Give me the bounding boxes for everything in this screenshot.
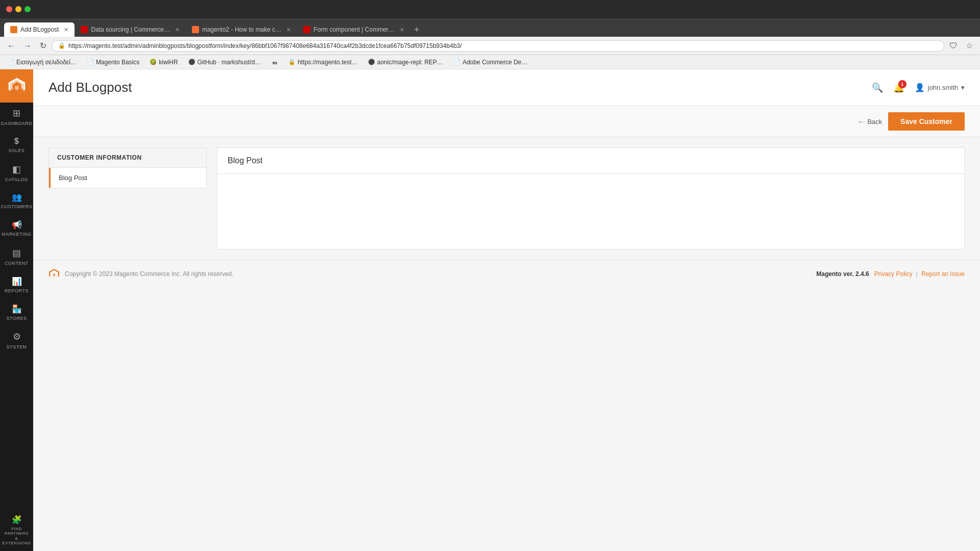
bookmark-item[interactable]: 📄 Magento Basics xyxy=(84,58,142,67)
sidebar-item-label: SALES xyxy=(9,148,25,154)
sidebar-item-catalog[interactable]: ◧ CATALOG xyxy=(0,159,33,188)
blog-post-section-title: Blog Post xyxy=(217,148,964,174)
address-bar[interactable]: 🔒 https://magento.test/admin/adminblogpo… xyxy=(52,40,944,52)
magento-version-label: Magento xyxy=(816,270,841,278)
extensions-button[interactable]: 🛡 xyxy=(946,40,961,52)
bookmark-icon: 🔒 xyxy=(288,59,296,66)
bookmark-item[interactable]: 📄 Adobe Commerce De… xyxy=(450,58,530,67)
footer-separator: | xyxy=(916,270,918,278)
tab-close-icon[interactable]: ✕ xyxy=(286,27,291,33)
url-domain: https://magento.test xyxy=(68,42,122,49)
bookmark-item[interactable]: 🔒 https://magento.test… xyxy=(285,58,360,67)
footer-magento-logo xyxy=(48,268,60,280)
bookmark-label: Εισαγωγή σελιδοδεί… xyxy=(16,59,77,66)
notification-badge: 1 xyxy=(898,80,906,88)
sidebar-item-label: CATALOG xyxy=(5,177,28,183)
sidebar-item-stores[interactable]: 🏪 STORES xyxy=(0,299,33,327)
bookmark-label: GitHub · markshust/d… xyxy=(198,59,261,66)
save-customer-button[interactable]: Save Customer xyxy=(888,112,965,131)
catalog-icon: ◧ xyxy=(12,164,21,175)
action-bar: ← Back Save Customer xyxy=(33,106,980,137)
tab-data-sourcing[interactable]: Data sourcing | Commerce… ✕ xyxy=(75,22,186,37)
back-button-label: Back xyxy=(867,118,882,126)
report-issue-link[interactable]: Report an Issue xyxy=(921,270,965,278)
sidebar-item-marketing[interactable]: 📢 MARKETING xyxy=(0,215,33,242)
tab-favicon xyxy=(81,26,88,33)
page-footer: Copyright © 2023 Magento Commerce Inc. A… xyxy=(33,260,980,288)
marketing-icon: 📢 xyxy=(12,220,22,230)
bookmark-icon: ⚫ xyxy=(188,59,195,66)
bookmark-icon: 🥝 xyxy=(150,59,157,66)
find-partners-icon: 🧩 xyxy=(12,515,22,524)
bookmark-label: Adobe Commerce De… xyxy=(462,59,527,66)
sidebar-item-label: SYSTEM xyxy=(6,344,27,350)
bookmark-icon: ⚫ xyxy=(368,59,375,66)
tab-close-icon[interactable]: ✕ xyxy=(400,27,404,33)
left-panel: CUSTOMER INFORMATION Blog Post xyxy=(48,147,207,249)
minimize-button[interactable] xyxy=(15,6,21,12)
sidebar-item-label: CONTENT xyxy=(5,261,29,266)
back-nav-button[interactable]: ← xyxy=(4,40,18,52)
customer-info-panel: CUSTOMER INFORMATION Blog Post xyxy=(48,147,207,188)
sidebar-item-content[interactable]: ▤ CONTENT xyxy=(0,242,33,271)
maximize-button[interactable] xyxy=(24,6,31,12)
user-icon: 👤 xyxy=(915,83,925,92)
sidebar-item-system[interactable]: ⚙ SYSTEM xyxy=(0,326,33,355)
user-menu[interactable]: 👤 john.smith ▾ xyxy=(915,83,965,92)
bookmark-star-button[interactable]: ☆ xyxy=(963,40,976,52)
tab-form-component[interactable]: Form component | Commer… ✕ xyxy=(297,22,409,37)
bookmark-item[interactable]: m xyxy=(268,58,281,67)
bookmark-item[interactable]: 🥝 kiwiHR xyxy=(146,58,181,67)
magento-logo-icon xyxy=(8,77,26,95)
url-text: https://magento.test/admin/adminblogpost… xyxy=(68,42,938,49)
sidebar-item-customers[interactable]: 👥 CUSTOMERS xyxy=(0,187,33,215)
chevron-down-icon: ▾ xyxy=(961,84,965,91)
content-area: CUSTOMER INFORMATION Blog Post Blog Post xyxy=(33,137,980,260)
new-tab-button[interactable]: + xyxy=(409,22,424,37)
tab-close-icon[interactable]: ✕ xyxy=(64,27,68,33)
tab-favicon xyxy=(192,26,199,33)
search-icon[interactable]: 🔍 xyxy=(872,82,883,93)
bookmark-item[interactable]: ⚫ aonic/mage-repl: REP… xyxy=(365,58,446,67)
forward-nav-button[interactable]: → xyxy=(20,40,35,52)
user-name: john.smith xyxy=(928,84,958,91)
stores-icon: 🏪 xyxy=(12,304,22,314)
close-button[interactable] xyxy=(6,6,12,12)
reload-button[interactable]: ↻ xyxy=(37,40,50,52)
sidebar-item-sales[interactable]: $ SALES xyxy=(0,132,33,159)
privacy-policy-link[interactable]: Privacy Policy xyxy=(874,270,913,278)
window-controls xyxy=(6,6,31,12)
sidebar-item-reports[interactable]: 📊 REPORTS xyxy=(0,271,33,299)
bookmark-item[interactable]: 📄 Εισαγωγή σελιδοδεί… xyxy=(4,58,80,67)
tab-add-blogpost[interactable]: Add BLogpost ✕ xyxy=(4,22,75,37)
footer-left: Copyright © 2023 Magento Commerce Inc. A… xyxy=(48,268,233,280)
sidebar-item-find-partners[interactable]: 🧩 FIND PARTNERS& EXTENSIONS xyxy=(0,510,33,551)
tab-close-icon[interactable]: ✕ xyxy=(175,27,180,33)
sidebar: ⊞ DASHBOARD $ SALES ◧ CATALOG 👥 CUSTOMER… xyxy=(0,69,33,551)
sidebar-logo[interactable] xyxy=(0,69,33,103)
sidebar-item-label: FIND PARTNERS& EXTENSIONS xyxy=(2,527,31,546)
tab-favicon xyxy=(303,26,310,33)
tab-label: Add BLogpost xyxy=(20,26,59,33)
sidebar-item-dashboard[interactable]: ⊞ DASHBOARD xyxy=(0,103,33,132)
tab-label: Form component | Commer… xyxy=(313,26,395,33)
notification-button[interactable]: 🔔 1 xyxy=(893,82,904,93)
tab-favicon xyxy=(10,26,17,33)
tab-magento2[interactable]: magento2 - How to make c… ✕ xyxy=(186,22,297,37)
customer-info-header: CUSTOMER INFORMATION xyxy=(49,148,206,168)
bookmark-icon: 📄 xyxy=(87,59,94,66)
right-panel: Blog Post xyxy=(217,147,965,249)
tabs-bar: Add BLogpost ✕ Data sourcing | Commerce…… xyxy=(0,18,980,37)
blog-post-nav-item[interactable]: Blog Post xyxy=(49,168,206,188)
customers-icon: 👥 xyxy=(12,192,22,202)
nav-bar: ← → ↻ 🔒 https://magento.test/admin/admin… xyxy=(0,37,980,55)
sidebar-item-label: REPORTS xyxy=(5,288,29,294)
dashboard-icon: ⊞ xyxy=(13,108,20,119)
copyright-text: Copyright © 2023 Magento Commerce Inc. A… xyxy=(65,270,233,278)
lock-icon: 🔒 xyxy=(58,42,65,49)
bookmark-item[interactable]: ⚫ GitHub · markshust/d… xyxy=(185,58,264,67)
back-button[interactable]: ← Back xyxy=(857,118,882,126)
page-title: Add BLogpost xyxy=(48,80,132,95)
bookmark-label: kiwiHR xyxy=(159,59,178,66)
sidebar-item-label: STORES xyxy=(7,316,27,321)
